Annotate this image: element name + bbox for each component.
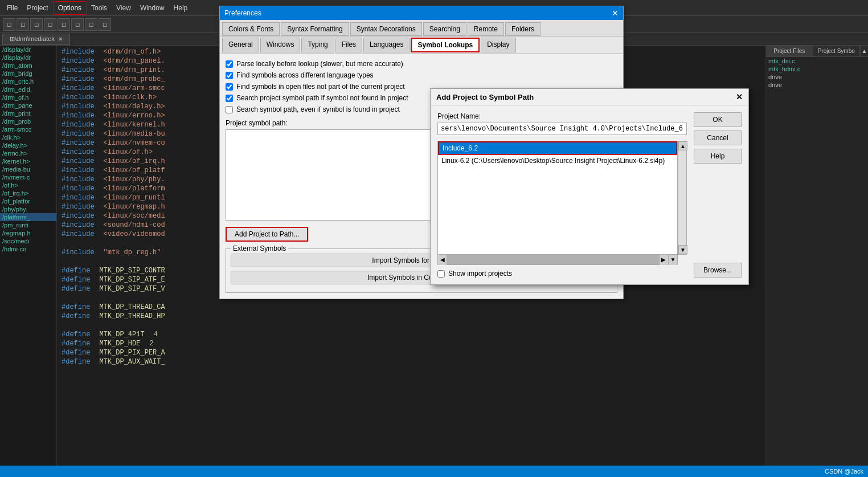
sidebar-item-7[interactable]: /drm_of.h	[0, 93, 56, 101]
pref-close-btn[interactable]: ✕	[612, 9, 619, 18]
project-name-input[interactable]	[437, 123, 687, 135]
browse-button[interactable]: Browse...	[694, 263, 742, 278]
editor-tab-close[interactable]: ✕	[58, 36, 63, 42]
panel-scroll-up[interactable]: ▲	[860, 46, 868, 56]
menu-file[interactable]: File	[2, 2, 22, 14]
project-list-item-linux62[interactable]: Linux-6.2 (C:\Users\lenovo\Desktop\Sourc…	[438, 155, 677, 166]
project-name-field-label: Project Name:	[437, 112, 687, 120]
sidebar-item-17[interactable]: /nvmem-c	[0, 173, 56, 181]
tab-symbol-lookups[interactable]: Symbol Lookups	[411, 38, 480, 52]
right-panel-item-4: drive	[766, 81, 868, 89]
sidebar-item-23[interactable]: /pm_runti	[0, 221, 56, 229]
sidebar-item-15[interactable]: /kernel.h>	[0, 157, 56, 165]
checkbox-label-5: Search symbol path, even if symbol is fo…	[236, 105, 400, 113]
sidebar-item-5[interactable]: /drm_crtc.h	[0, 78, 56, 85]
sidebar-item-12[interactable]: /clk.h>	[0, 133, 56, 141]
sidebar-item-13[interactable]: /delay.h>	[0, 141, 56, 149]
toolbar-btn-3[interactable]: ◻	[30, 18, 43, 31]
checkbox-find-open-files[interactable]	[226, 83, 233, 91]
add-project-layout: Project Name: Include_6.2 Linux-6.2 (C:\…	[431, 105, 748, 284]
right-panel: Project Files Project Symbo ▲ mtk_dsi.c …	[765, 46, 868, 466]
tab-general[interactable]: General	[222, 38, 259, 52]
tab-project-files[interactable]: Project Files	[766, 46, 813, 56]
add-project-title-text: Add Project to Symbol Path	[436, 93, 534, 101]
right-panel-item-2[interactable]: mtk_hdmi.c	[766, 65, 868, 73]
sidebar-item-18[interactable]: /of.h>	[0, 181, 56, 189]
vscroll-up-btn[interactable]: ▲	[678, 141, 687, 150]
tab-display[interactable]: Display	[481, 38, 515, 52]
tab-folders[interactable]: Folders	[505, 22, 541, 36]
right-panel-item-1[interactable]: mtk_dsi.c	[766, 57, 868, 65]
toolbar-btn-1[interactable]: ◻	[3, 18, 15, 31]
toolbar-btn-2[interactable]: ◻	[17, 18, 29, 31]
project-list[interactable]: Include_6.2 Linux-6.2 (C:\Users\lenovo\D…	[437, 141, 678, 255]
tab-syntax-decorations[interactable]: Syntax Decorations	[350, 22, 422, 36]
checkbox-row-1: Parse locally before lookup (slower, but…	[226, 60, 617, 68]
tab-windows[interactable]: Windows	[260, 38, 301, 52]
hscroll-v-btn[interactable]: ▼	[668, 255, 677, 265]
tab-remote[interactable]: Remote	[468, 22, 504, 36]
checkbox-find-symbols[interactable]	[226, 72, 233, 79]
checkbox-row-2: Find symbols across different language t…	[226, 71, 617, 79]
sidebar-item-24[interactable]: /regmap.h	[0, 229, 56, 237]
checkbox-parse-locally[interactable]	[226, 60, 233, 68]
pref-tabs-row2: General Windows Typing Files Languages S…	[220, 36, 623, 54]
tab-searching[interactable]: Searching	[423, 22, 466, 36]
tab-colors-fonts[interactable]: Colors & Fonts	[222, 22, 280, 36]
menu-tools[interactable]: Tools	[87, 2, 112, 14]
toolbar-btn-7[interactable]: ◻	[85, 18, 97, 31]
checkbox-search-symbol-path[interactable]	[226, 106, 233, 113]
hscroll-right-btn[interactable]: ▶	[659, 255, 668, 265]
menu-options[interactable]: Options	[53, 1, 87, 15]
sidebar-item-26[interactable]: /hdmi-co	[0, 245, 56, 253]
editor-tab-drm[interactable]: ⊞\drm\mediatek ✕	[2, 34, 70, 45]
sidebar-item-8[interactable]: /drm_pane	[0, 101, 56, 109]
cancel-button[interactable]: Cancel	[694, 131, 742, 145]
project-list-item-include62[interactable]: Include_6.2	[438, 141, 677, 155]
sidebar-item-11[interactable]: /arm-smcc	[0, 125, 56, 133]
tab-files[interactable]: Files	[335, 38, 362, 52]
checkbox-label-3: Find symbols in open files not part of t…	[236, 83, 404, 91]
sidebar-item-9[interactable]: /drm_print	[0, 109, 56, 117]
tab-typing[interactable]: Typing	[301, 38, 334, 52]
sidebar-item-6[interactable]: /drm_edid.	[0, 85, 56, 93]
sidebar-item-2[interactable]: /display/dr	[0, 54, 56, 62]
menu-project[interactable]: Project	[22, 2, 52, 14]
sidebar-item-16[interactable]: /media-bu	[0, 165, 56, 173]
toolbar-btn-6[interactable]: ◻	[71, 18, 84, 31]
tab-languages[interactable]: Languages	[363, 38, 410, 52]
sidebar-item-10[interactable]: /drm_prob	[0, 117, 56, 125]
vscroll-track	[678, 150, 686, 245]
sidebar-item-19[interactable]: /of_irq.h>	[0, 189, 56, 197]
menu-window[interactable]: Window	[136, 2, 169, 14]
show-import-label: Show import projects	[448, 270, 512, 278]
sidebar-item-4[interactable]: /drm_bridg	[0, 70, 56, 78]
hscroll-left-btn[interactable]: ◀	[438, 255, 447, 265]
help-button[interactable]: Help	[694, 149, 742, 164]
checkbox-search-project-path[interactable]	[226, 95, 233, 102]
vscroll-down-btn[interactable]: ▼	[678, 245, 687, 254]
sidebar-item-21[interactable]: /phy/phy.	[0, 205, 56, 213]
toolbar-btn-5[interactable]: ◻	[58, 18, 70, 31]
menu-help[interactable]: Help	[169, 2, 193, 14]
sidebar-item-20[interactable]: /of_platfor	[0, 197, 56, 205]
ok-button[interactable]: OK	[694, 112, 742, 127]
tab-project-symbols[interactable]: Project Symbo	[813, 46, 861, 56]
tab-syntax-formatting[interactable]: Syntax Formatting	[281, 22, 349, 36]
add-project-btn[interactable]: Add Project to Path...	[226, 227, 308, 242]
show-import-checkbox[interactable]	[437, 270, 445, 278]
code-line: #defineMTK_DP_THREAD_CA	[57, 303, 765, 312]
add-project-close-btn[interactable]: ✕	[736, 92, 743, 101]
sidebar-item-3[interactable]: /drm_atom	[0, 62, 56, 70]
sidebar-item-25[interactable]: /soc/medi	[0, 237, 56, 245]
sidebar-item-1[interactable]: /display/dr	[0, 46, 56, 54]
sidebar-item-22[interactable]: /platform_	[0, 213, 56, 221]
add-project-dialog[interactable]: Add Project to Symbol Path ✕ Project Nam…	[430, 88, 749, 285]
toolbar-btn-4[interactable]: ◻	[44, 18, 56, 31]
sidebar-item-14[interactable]: /errno.h>	[0, 149, 56, 157]
code-line: #defineMTK_DP_AUX_WAIT_	[57, 358, 765, 367]
main-container: File Project Options Tools View Window H…	[0, 0, 868, 477]
toolbar-btn-8[interactable]: ◻	[99, 18, 111, 31]
sidebar-left: /display/dr /display/dr /drm_atom /drm_b…	[0, 46, 57, 466]
menu-view[interactable]: View	[112, 2, 136, 14]
